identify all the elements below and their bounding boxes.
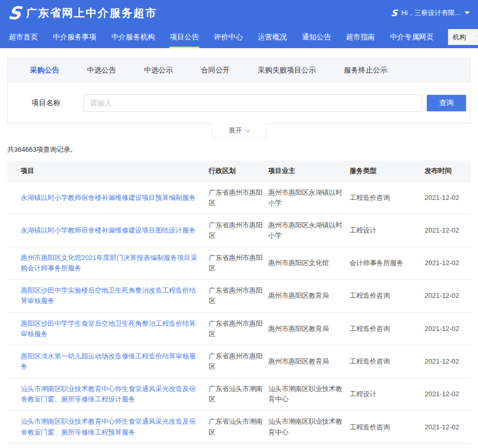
region-cell: 广东省汕头市潮南区 bbox=[209, 411, 268, 443]
owner-cell: 汕头市潮南区职业技术教育中心 bbox=[268, 411, 350, 443]
result-count: 共364663项查询记录。 bbox=[7, 145, 471, 154]
expand-label: 展开 bbox=[229, 126, 242, 135]
owner-cell: 惠州市惠阳区教育局 bbox=[268, 280, 350, 312]
project-link[interactable]: 惠阳区淡水第一幼儿园运动场改造修缮工程造价结算审核服务 bbox=[21, 352, 196, 370]
nav-item-home[interactable]: 超市首页 bbox=[8, 26, 38, 48]
user-logo-icon: S bbox=[390, 9, 398, 18]
user-greeting: Hi，三桥设计有限... bbox=[401, 8, 460, 18]
project-link[interactable]: 惠阳区沙田中学学生食堂后空地卫生死角整治工程造价结算审核服务 bbox=[21, 320, 196, 338]
nav-search: 机构 bbox=[448, 26, 478, 48]
search-category-value: 机构 bbox=[453, 33, 466, 42]
service-type-cell: 工程造价咨询 bbox=[350, 181, 425, 214]
tab-selection-announcements[interactable]: 中选公告 bbox=[73, 66, 130, 75]
nav-item-guide[interactable]: 超市指南 bbox=[345, 26, 375, 48]
region-cell: 广东省惠州市惠阳区 bbox=[209, 312, 268, 345]
expand-toggle[interactable]: 展开 bbox=[212, 123, 267, 138]
tab-selection-publicity[interactable]: 中选公示 bbox=[130, 66, 187, 75]
nav-item-project-announcements[interactable]: 项目公告 bbox=[169, 26, 199, 48]
query-button[interactable]: 查询 bbox=[427, 95, 466, 111]
user-caret-down-icon bbox=[465, 11, 470, 15]
table-row: 潮南区司马浦镇大布上社区居民委员会大布上小学地面硬化及排水系统建设项目预算服务 … bbox=[7, 443, 471, 448]
service-type-cell: 工程造价咨询 bbox=[350, 280, 425, 312]
service-type-cell: 会计师事务所服务 bbox=[350, 247, 425, 280]
tab-service-termination[interactable]: 服务终止公示 bbox=[330, 66, 401, 75]
region-cell: 广东省惠州市惠阳区 bbox=[209, 247, 268, 280]
project-link[interactable]: 永湖镇以时小学教师宿舍楼补漏维修建设项目图纸设计服务 bbox=[21, 226, 196, 234]
nav-item-operations-overview[interactable]: 运营概况 bbox=[257, 26, 287, 48]
table-row: 惠州市惠阳区文化馆2021年度部门决算报表编制服务项目采购会计师事务所服务 广东… bbox=[7, 247, 471, 280]
project-link[interactable]: 汕头市潮南区职业技术教育中心师生食堂通风采光改造及宿舍教室门窗、厕所等修缮工程预… bbox=[21, 417, 196, 436]
owner-cell: 汕头市潮南区司马浦镇大布上居民委员会 bbox=[268, 443, 350, 448]
service-type-cell: 工程设计 bbox=[350, 378, 425, 411]
col-header-project: 项目 bbox=[7, 161, 209, 181]
region-cell: 广东省惠州市惠阳区 bbox=[209, 214, 268, 247]
table-row: 永湖镇以时小学教师宿舍楼补漏维修建设项目图纸设计服务 广东省惠州市惠阳区 惠州市… bbox=[7, 214, 471, 247]
publish-date-cell: 2021-12-02 bbox=[425, 312, 471, 345]
tab-contract-disclosure[interactable]: 合同公开 bbox=[187, 66, 244, 75]
app-header: S 广东省网上中介服务超市 S Hi，三桥设计有限... bbox=[0, 0, 478, 26]
tab-purchase-announcements[interactable]: 采购公告 bbox=[16, 66, 73, 75]
publish-date-cell: 2021-12-02 bbox=[425, 214, 471, 247]
project-link[interactable]: 惠州市惠阳区文化馆2021年度部门决算报表编制服务项目采购会计师事务所服务 bbox=[21, 254, 197, 272]
project-name-label: 项目名称 bbox=[32, 98, 83, 108]
project-link[interactable]: 汕头市潮南区职业技术教育中心师生食堂通风采光改造及宿舍教室门窗、厕所等修缮工程设… bbox=[21, 385, 196, 403]
site-logo-icon: S bbox=[7, 4, 22, 22]
nav-item-agencies[interactable]: 中介服务机构 bbox=[111, 26, 155, 48]
owner-cell: 惠州市惠阳区文化馆 bbox=[268, 247, 350, 280]
project-name-input[interactable] bbox=[83, 94, 422, 112]
publish-date-cell: 2021-12-02 bbox=[425, 181, 471, 214]
owner-cell: 惠州市惠阳区永湖镇以时小学 bbox=[268, 181, 350, 214]
publish-date-cell: 2021-12-02 bbox=[425, 247, 471, 280]
search-category-select[interactable]: 机构 bbox=[448, 29, 478, 45]
announcement-tabs: 采购公告 中选公告 中选公示 合同公开 采购失败项目公示 服务终止公示 bbox=[8, 59, 470, 82]
owner-cell: 汕头市潮南区职业技术教育中心 bbox=[268, 378, 350, 411]
tab-failed-projects[interactable]: 采购失败项目公示 bbox=[244, 66, 330, 75]
results-table: 项目 行政区划 项目业主 服务类型 发布时间 永湖镇以时小学教师宿舍楼补漏维修建… bbox=[7, 161, 471, 448]
owner-cell: 惠州市惠阳区教育局 bbox=[268, 345, 350, 378]
table-row: 惠阳区沙田中学实验楼后空地卫生死角整治改造工程造价结算审核服务 广东省惠州市惠阳… bbox=[7, 280, 471, 312]
project-link[interactable]: 惠阳区沙田中学实验楼后空地卫生死角整治改造工程造价结算审核服务 bbox=[21, 286, 196, 305]
publish-date-cell: 2021-12-02 bbox=[425, 280, 471, 312]
region-cell: 广东省汕头市潮南区 bbox=[209, 378, 268, 411]
nav-item-evaluation-center[interactable]: 评价中心 bbox=[213, 26, 243, 48]
table-header-row: 项目 行政区划 项目业主 服务类型 发布时间 bbox=[7, 161, 471, 181]
service-type-cell: 工程造价咨询 bbox=[350, 411, 425, 443]
table-row: 汕头市潮南区职业技术教育中心师生食堂通风采光改造及宿舍教室门窗、厕所等修缮工程设… bbox=[7, 378, 471, 411]
region-cell: 广东省惠州市惠阳区 bbox=[209, 280, 268, 312]
col-header-owner: 项目业主 bbox=[268, 161, 350, 181]
table-row: 惠阳区淡水第一幼儿园运动场改造修缮工程造价结算审核服务 广东省惠州市惠阳区 惠州… bbox=[7, 345, 471, 378]
nav-item-agency-pages[interactable]: 中介专属网页 bbox=[389, 26, 434, 48]
region-cell: 广东省汕头市潮南区 bbox=[209, 443, 268, 448]
table-row: 惠阳区沙田中学学生食堂后空地卫生死角整治工程造价结算审核服务 广东省惠州市惠阳区… bbox=[7, 312, 471, 345]
publish-date-cell: 2021-12-02 bbox=[425, 345, 471, 378]
site-title: 广东省网上中介服务超市 bbox=[26, 6, 157, 20]
region-cell: 广东省惠州市惠阳区 bbox=[209, 181, 268, 214]
col-header-region: 行政区划 bbox=[209, 161, 268, 181]
service-type-cell: 工程造价咨询 bbox=[350, 443, 425, 448]
nav-item-service-matters[interactable]: 中介服务事项 bbox=[52, 26, 97, 48]
main-nav: 超市首页 中介服务事项 中介服务机构 项目公告 评价中心 运营概况 通知公告 超… bbox=[0, 26, 478, 48]
publish-date-cell: 2021-12-02 bbox=[425, 443, 471, 448]
owner-cell: 惠州市惠阳区永湖镇以时小学 bbox=[268, 214, 350, 247]
service-type-cell: 工程造价咨询 bbox=[350, 312, 425, 345]
project-link[interactable]: 永湖镇以时小学教师宿舍楼补漏维修建设项目预算编制服务 bbox=[21, 194, 196, 201]
owner-cell: 惠州市惠阳区教育局 bbox=[268, 312, 350, 345]
col-header-publish-date: 发布时间 bbox=[425, 161, 471, 181]
col-header-service-type: 服务类型 bbox=[350, 161, 425, 181]
service-type-cell: 工程造价咨询 bbox=[350, 345, 425, 378]
publish-date-cell: 2021-12-02 bbox=[425, 411, 471, 443]
publish-date-cell: 2021-12-02 bbox=[425, 378, 471, 411]
announcement-card: 采购公告 中选公告 中选公示 合同公开 采购失败项目公示 服务终止公示 项目名称… bbox=[7, 58, 471, 124]
service-type-cell: 工程设计 bbox=[350, 214, 425, 247]
region-cell: 广东省惠州市惠阳区 bbox=[209, 345, 268, 378]
nav-item-notices[interactable]: 通知公告 bbox=[301, 26, 331, 48]
filter-form: 项目名称 查询 bbox=[8, 82, 470, 123]
expand-chevron-down-icon bbox=[245, 127, 250, 132]
table-row: 汕头市潮南区职业技术教育中心师生食堂通风采光改造及宿舍教室门窗、厕所等修缮工程预… bbox=[7, 411, 471, 443]
table-row: 永湖镇以时小学教师宿舍楼补漏维修建设项目预算编制服务 广东省惠州市惠阳区 惠州市… bbox=[7, 181, 471, 214]
user-menu[interactable]: S Hi，三桥设计有限... bbox=[391, 8, 470, 18]
